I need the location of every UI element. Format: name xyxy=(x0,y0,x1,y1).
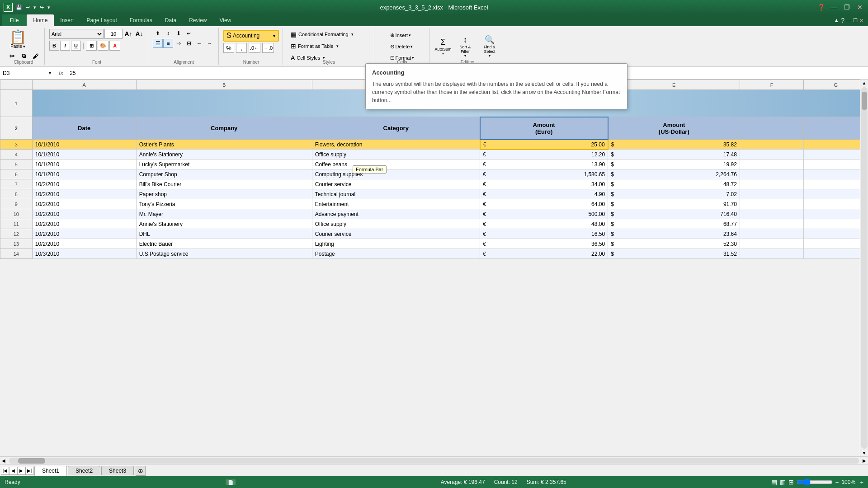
tab-view[interactable]: View xyxy=(213,14,238,26)
align-top-button[interactable]: ⬆ xyxy=(153,29,163,38)
font-color-button[interactable]: A xyxy=(109,41,120,51)
restore-button[interactable]: ❐ xyxy=(842,4,852,11)
accounting-button[interactable]: $ Accounting ▾ xyxy=(223,30,279,42)
col-header-b[interactable]: B xyxy=(136,80,312,90)
zoom-slider[interactable] xyxy=(797,479,833,485)
minimize-button[interactable]: — xyxy=(829,4,839,11)
cell-euro-3[interactable]: €25.00 xyxy=(480,140,608,150)
cell-category-12[interactable]: Courier service xyxy=(312,229,480,239)
cell-date-12[interactable]: 10/2/2010 xyxy=(32,229,136,239)
scroll-up-arrow[interactable]: ▲ xyxy=(861,80,868,86)
align-middle-button[interactable]: ↕ xyxy=(163,29,173,38)
view-normal-icon[interactable]: ▤ xyxy=(771,479,777,486)
cell-euro-10[interactable]: €500.00 xyxy=(480,209,608,219)
cell-f-6[interactable] xyxy=(740,169,803,179)
border-button[interactable]: ⊞ xyxy=(86,41,97,51)
cell-g-4[interactable] xyxy=(804,150,868,160)
cell-f-10[interactable] xyxy=(740,209,803,219)
cell-f-3[interactable] xyxy=(740,140,803,150)
cell-dollar-6[interactable]: $2,264.76 xyxy=(608,169,740,179)
cell-g-5[interactable] xyxy=(804,160,868,169)
font-decrease-button[interactable]: A↓ xyxy=(134,29,144,39)
cell-reference-box[interactable]: D3 ▾ xyxy=(0,69,54,77)
cell-company-11[interactable]: Annie's Stationery xyxy=(136,219,312,229)
cell-g-6[interactable] xyxy=(804,169,868,179)
cell-company-12[interactable]: DHL xyxy=(136,229,312,239)
cell-company-3[interactable]: Ostler's Plants xyxy=(136,140,312,150)
cell-g-7[interactable] xyxy=(804,179,868,189)
cell-date-7[interactable]: 10/2/2010 xyxy=(32,179,136,189)
cell-category-14[interactable]: Postage xyxy=(312,249,480,259)
cell-category-5[interactable]: Coffee beans xyxy=(312,160,480,169)
cell-dollar-8[interactable]: $7.02 xyxy=(608,189,740,199)
cell-date-6[interactable]: 10/1/2010 xyxy=(32,169,136,179)
cell-date-9[interactable]: 10/2/2010 xyxy=(32,199,136,209)
cell-g-9[interactable] xyxy=(804,199,868,209)
fill-color-button[interactable]: 🎨 xyxy=(98,41,108,51)
cell-euro-7[interactable]: €34.00 xyxy=(480,179,608,189)
sheet-next-button[interactable]: ▶ xyxy=(17,467,25,475)
cell-g-3[interactable] xyxy=(804,140,868,150)
redo-button[interactable]: ↪ xyxy=(38,4,45,11)
cell-f-9[interactable] xyxy=(740,199,803,209)
cell-company-8[interactable]: Paper shop xyxy=(136,189,312,199)
cell-category-4[interactable]: Office supply xyxy=(312,150,480,160)
cell-dollar-9[interactable]: $91.70 xyxy=(608,199,740,209)
cell-category-7[interactable]: Courier service xyxy=(312,179,480,189)
align-right-button[interactable]: ⇒ xyxy=(174,39,184,48)
align-center-button[interactable]: ≡ xyxy=(163,39,173,48)
cell-date-4[interactable]: 10/1/2010 xyxy=(32,150,136,160)
zoom-increase-button[interactable]: + xyxy=(860,479,863,486)
view-page-break-icon[interactable]: ⊞ xyxy=(788,479,794,486)
align-bottom-button[interactable]: ⬇ xyxy=(174,29,184,38)
cell-dollar-7[interactable]: $48.72 xyxy=(608,179,740,189)
autosum-button[interactable]: Σ AutoSum ▾ xyxy=(434,34,452,59)
cell-f-7[interactable] xyxy=(740,179,803,189)
cell-company-4[interactable]: Annie's Stationery xyxy=(136,150,312,160)
cell-dollar-14[interactable]: $31.52 xyxy=(608,249,740,259)
normal-view-button[interactable]: 📄 xyxy=(225,479,236,486)
cell-f-4[interactable] xyxy=(740,150,803,160)
undo-dropdown[interactable]: ▾ xyxy=(32,4,38,11)
wrap-text-button[interactable]: ↵ xyxy=(184,29,194,38)
cell-dollar-13[interactable]: $52.30 xyxy=(608,239,740,249)
sheet-tab-1[interactable]: Sheet1 xyxy=(34,466,67,476)
close-button[interactable]: ✕ xyxy=(855,4,864,11)
cell-dollar-12[interactable]: $23.64 xyxy=(608,229,740,239)
sheet-tab-3[interactable]: Sheet3 xyxy=(101,466,134,475)
cell-category-8[interactable]: Technical journal xyxy=(312,189,480,199)
cell-f-8[interactable] xyxy=(740,189,803,199)
cell-category-11[interactable]: Office supply xyxy=(312,219,480,229)
col-header-e[interactable]: E xyxy=(608,80,740,90)
sheet-last-button[interactable]: ▶| xyxy=(25,467,33,475)
save-button[interactable]: 💾 xyxy=(14,4,24,11)
align-left-button[interactable]: ☰ xyxy=(153,39,163,48)
merge-button[interactable]: ⊟ xyxy=(184,39,194,48)
cell-date-8[interactable]: 10/2/2010 xyxy=(32,189,136,199)
increase-decimal-button[interactable]: →.0 xyxy=(262,43,274,53)
col-header-f[interactable]: F xyxy=(740,80,803,90)
help-button[interactable]: ❓ xyxy=(817,4,825,11)
tab-home[interactable]: Home xyxy=(27,14,54,26)
underline-button[interactable]: U xyxy=(71,41,81,51)
font-increase-button[interactable]: A↑ xyxy=(123,29,133,39)
h-scroll-right[interactable]: ▶ xyxy=(861,458,868,463)
zoom-decrease-button[interactable]: − xyxy=(835,479,839,486)
cell-date-10[interactable]: 10/2/2010 xyxy=(32,209,136,219)
new-sheet-button[interactable]: ⊕ xyxy=(136,466,146,476)
cell-company-5[interactable]: Lucky's Supermarket xyxy=(136,160,312,169)
h-scroll-thumb[interactable] xyxy=(18,458,45,464)
h-scroll-left[interactable]: ◀ xyxy=(0,458,7,463)
window-help-icon[interactable]: ? xyxy=(841,17,844,24)
cell-ref-dropdown[interactable]: ▾ xyxy=(49,70,51,75)
tab-data[interactable]: Data xyxy=(159,14,183,26)
format-as-table-button[interactable]: ⊞ Format as Table ▾ xyxy=(288,41,370,52)
cell-category-10[interactable]: Advance payment xyxy=(312,209,480,219)
cell-company-10[interactable]: Mr. Mayer xyxy=(136,209,312,219)
ribbon-min-icon[interactable]: — xyxy=(846,18,851,23)
scroll-thumb[interactable] xyxy=(862,92,867,110)
cell-date-5[interactable]: 10/1/2010 xyxy=(32,160,136,169)
col-header-a[interactable]: A xyxy=(32,80,136,90)
cell-date-13[interactable]: 10/2/2010 xyxy=(32,239,136,249)
cell-euro-5[interactable]: €13.90 xyxy=(480,160,608,169)
